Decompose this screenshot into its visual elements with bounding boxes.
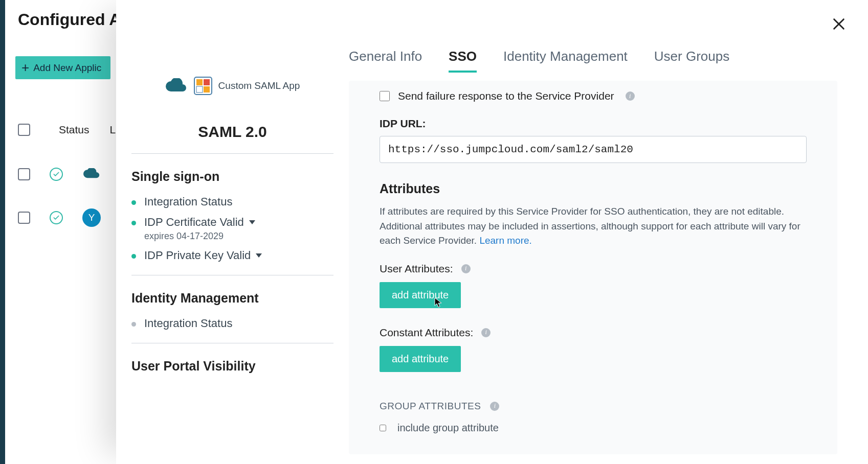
modal-main: General Info SSO Identity Management Use… xyxy=(349,0,868,464)
add-user-attribute-button[interactable]: add attribute xyxy=(380,282,461,308)
row-checkbox[interactable] xyxy=(18,212,30,224)
tab-bar: General Info SSO Identity Management Use… xyxy=(349,49,837,72)
saml-heading: SAML 2.0 xyxy=(131,123,333,141)
sidebar-item-idp-cert[interactable]: IDP Certificate Valid expires 04-17-2029 xyxy=(131,216,333,242)
app-icon-header: Custom SAML App xyxy=(131,77,333,95)
sidebar-item-label: IDP Certificate Valid xyxy=(144,216,244,229)
include-group-row: include group attribute xyxy=(380,422,807,434)
row-checkbox[interactable] xyxy=(18,168,30,180)
include-group-checkbox[interactable] xyxy=(380,425,386,431)
send-failure-checkbox[interactable] xyxy=(380,91,390,101)
table-row[interactable] xyxy=(18,168,101,181)
tab-user-groups[interactable]: User Groups xyxy=(654,49,729,72)
sidebar-item-label: IDP Private Key Valid xyxy=(144,249,251,262)
idp-url-input[interactable] xyxy=(380,136,807,163)
svg-rect-4 xyxy=(204,79,210,85)
svg-rect-6 xyxy=(204,86,210,92)
sidebar-item-idp-key[interactable]: IDP Private Key Valid xyxy=(131,249,333,262)
divider xyxy=(131,153,333,154)
group-attributes-label: GROUP ATTRIBUTES xyxy=(380,401,481,412)
table-row[interactable]: Y xyxy=(18,208,101,227)
sidebar-item-label: Integration Status xyxy=(144,317,232,330)
app-config-modal: Custom SAML App SAML 2.0 Single sign-on … xyxy=(116,0,868,464)
tab-general-info[interactable]: General Info xyxy=(349,49,422,72)
send-failure-label: Send failure response to the Service Pro… xyxy=(398,90,614,102)
info-icon[interactable]: i xyxy=(481,328,491,337)
cloud-icon xyxy=(82,168,101,180)
tab-identity-management[interactable]: Identity Management xyxy=(503,49,628,72)
status-dot-icon xyxy=(131,254,136,259)
status-dot-icon xyxy=(131,200,136,205)
info-icon[interactable]: i xyxy=(626,91,635,101)
idp-url-label: IDP URL: xyxy=(380,118,807,130)
add-application-label: Add New Applic xyxy=(33,62,101,74)
column-second: L xyxy=(110,124,116,136)
status-active-icon xyxy=(50,168,63,181)
add-constant-attribute-button[interactable]: add attribute xyxy=(380,346,461,372)
sso-form-panel: Send failure response to the Service Pro… xyxy=(349,81,837,454)
info-icon[interactable]: i xyxy=(490,402,499,411)
attributes-heading: Attributes xyxy=(380,181,807,196)
avatar: Y xyxy=(82,208,101,227)
tab-sso[interactable]: SSO xyxy=(449,49,477,72)
app-name-label: Custom SAML App xyxy=(218,80,300,91)
modal-sidebar: Custom SAML App SAML 2.0 Single sign-on … xyxy=(116,0,349,464)
attributes-description: If attributes are required by this Servi… xyxy=(380,204,807,248)
constant-attributes-label: Constant Attributes: xyxy=(380,327,473,339)
chevron-down-icon xyxy=(256,253,262,258)
chevron-down-icon xyxy=(249,220,255,224)
include-group-label: include group attribute xyxy=(397,422,499,434)
table-header: Status L xyxy=(18,124,116,136)
cloud-icon xyxy=(165,78,188,94)
svg-rect-3 xyxy=(196,79,203,85)
sidebar-item-integration-status[interactable]: Integration Status xyxy=(131,195,333,208)
status-active-icon xyxy=(50,211,63,224)
sidebar-section-portal: User Portal Visibility xyxy=(131,359,333,374)
learn-more-link[interactable]: Learn more. xyxy=(479,235,531,246)
grid-icon xyxy=(194,77,212,95)
user-attributes-label: User Attributes: xyxy=(380,263,453,275)
sidebar-item-idm-status[interactable]: Integration Status xyxy=(131,317,333,330)
status-dot-icon xyxy=(131,221,136,225)
send-failure-row: Send failure response to the Service Pro… xyxy=(380,90,807,102)
divider xyxy=(131,275,333,275)
column-status: Status xyxy=(59,124,90,136)
select-all-checkbox[interactable] xyxy=(18,124,30,136)
sidebar-item-sublabel: expires 04-17-2029 xyxy=(144,231,255,242)
sidebar-section-idm: Identity Management xyxy=(131,291,333,306)
plus-icon: + xyxy=(21,60,29,76)
info-icon[interactable]: i xyxy=(461,264,471,273)
svg-rect-5 xyxy=(196,86,203,92)
add-application-button[interactable]: + Add New Applic xyxy=(15,56,110,79)
status-dot-icon xyxy=(131,322,136,327)
left-nav-strip xyxy=(0,0,5,464)
sidebar-section-sso: Single sign-on xyxy=(131,169,333,184)
divider xyxy=(131,343,333,343)
sidebar-item-label: Integration Status xyxy=(144,195,232,208)
